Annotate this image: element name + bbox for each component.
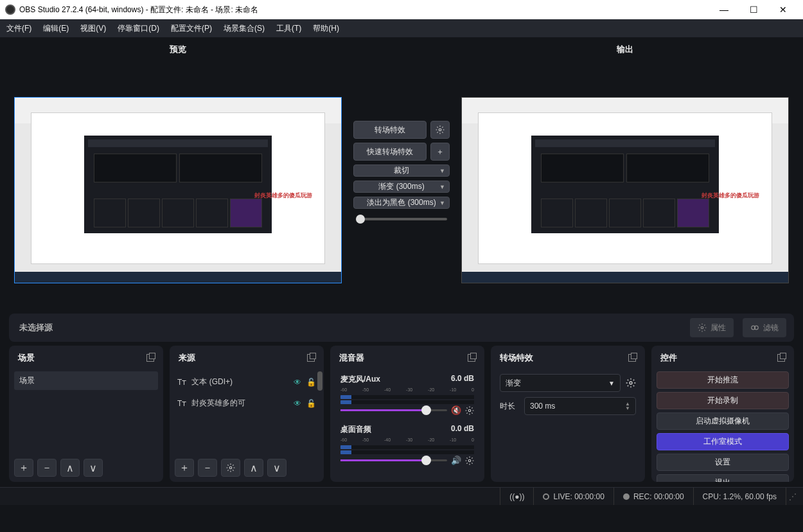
gear-icon[interactable] (465, 456, 474, 465)
menu-scenes[interactable]: 场景集合(S) (224, 23, 265, 34)
transition-button[interactable]: 转场特效 (353, 121, 427, 139)
audio-meter (340, 450, 474, 454)
sources-list[interactable]: Tᴛ 文本 (GDI+) 👁 🔓 Tᴛ 封炎英雄多的可 👁 🔓 (170, 369, 324, 454)
start-stream-button[interactable]: 开始推流 (657, 371, 789, 389)
status-live: LIVE: 00:00:00 (533, 488, 613, 505)
status-broadcast: ((●)) (500, 488, 533, 505)
no-source-label: 未选择源 (19, 322, 53, 333)
add-scene-button[interactable]: ＋ (14, 459, 33, 477)
scene-down-button[interactable]: ∨ (84, 459, 103, 477)
remove-source-button[interactable]: － (198, 459, 217, 477)
popout-icon[interactable] (468, 354, 475, 362)
controls-title: 控件 (660, 352, 677, 364)
eye-icon[interactable]: 👁 (294, 399, 301, 408)
scene-item[interactable]: 场景 (14, 371, 158, 390)
close-button[interactable]: ✕ (768, 0, 798, 19)
audio-meter (340, 400, 474, 404)
output-label: 输出 (617, 44, 633, 55)
svg-point-5 (468, 409, 471, 412)
popout-icon[interactable] (146, 354, 154, 362)
popout-icon[interactable] (777, 354, 785, 362)
popout-icon[interactable] (307, 354, 315, 362)
text-source-icon: Tᴛ (177, 378, 186, 387)
sources-title: 来源 (179, 352, 195, 364)
main-area: 预览 封炎英雄多的傻瓜玩游 (0, 37, 803, 532)
source-item[interactable]: Tᴛ 封炎英雄多的可 👁 🔓 (175, 393, 319, 414)
quick-transition-fade[interactable]: 渐变 (300ms)▼ (353, 181, 450, 193)
obs-logo-icon (5, 4, 15, 15)
quick-transition-cut[interactable]: 裁切▼ (353, 164, 450, 177)
scenes-title: 场景 (18, 352, 35, 364)
chevron-down-icon: ▼ (608, 380, 615, 387)
source-label: 文本 (GDI+) (191, 377, 233, 387)
status-cpu: CPU: 1.2%, 60.00 fps (693, 488, 786, 505)
add-source-button[interactable]: ＋ (175, 459, 194, 477)
source-props-button[interactable] (221, 459, 240, 477)
text-source-icon: Tᴛ (177, 399, 186, 408)
studio-mode-button[interactable]: 工作室模式 (657, 433, 789, 450)
spinner-icon[interactable]: ▲▼ (625, 402, 630, 411)
add-quick-transition-button[interactable]: ＋ (430, 143, 450, 161)
gear-icon[interactable] (465, 406, 474, 415)
quick-transition-fadeblack[interactable]: 淡出为黑色 (300ms)▼ (353, 197, 450, 209)
sources-dock: 来源 Tᴛ 文本 (GDI+) 👁 🔓 Tᴛ 封炎英雄多的可 👁 🔓 (170, 346, 324, 482)
obs-window: OBS Studio 27.2.4 (64-bit, windows) - 配置… (0, 0, 803, 532)
remove-scene-button[interactable]: － (37, 459, 57, 477)
scene-up-button[interactable]: ∧ (60, 459, 80, 477)
volume-slider[interactable] (340, 459, 447, 461)
live-dot-icon (543, 493, 549, 500)
eye-icon[interactable]: 👁 (294, 378, 301, 387)
menu-profile[interactable]: 配置文件(P) (171, 23, 212, 34)
speaker-icon[interactable]: 🔊 (451, 456, 461, 465)
svg-point-1 (701, 326, 703, 329)
lock-icon[interactable]: 🔓 (306, 378, 316, 387)
audio-meter (340, 445, 474, 449)
start-vcam-button[interactable]: 启动虚拟摄像机 (657, 412, 789, 430)
popout-icon[interactable] (628, 354, 636, 362)
status-resize-grip[interactable]: ⋰ (786, 488, 799, 505)
menu-docks[interactable]: 停靠窗口(D) (118, 23, 159, 34)
duration-input[interactable]: 300 ms ▲▼ (524, 397, 636, 415)
docks-row: 场景 场景 ＋ － ∧ ∨ 来源 (0, 346, 803, 487)
minimize-button[interactable]: — (709, 0, 739, 19)
audio-meter (340, 395, 474, 399)
menu-help[interactable]: 帮助(H) (313, 23, 339, 34)
menu-tools[interactable]: 工具(T) (276, 23, 301, 34)
transition-tbar[interactable] (353, 213, 450, 226)
overlay-text-out: 封炎英雄多的傻瓜玩游 (702, 191, 759, 200)
menu-view[interactable]: 视图(V) (80, 23, 106, 34)
source-down-button[interactable]: ∨ (267, 459, 287, 477)
scenes-list[interactable]: 场景 (9, 369, 163, 454)
transitions-dock: 转场特效 渐变 ▼ 时长 300 ms (491, 346, 645, 482)
properties-button[interactable]: 属性 (690, 318, 734, 337)
mixer-channel: 桌面音频 0.0 dB -60-50-40-30-20-100 🔊 (335, 421, 479, 468)
scrollbar-thumb[interactable] (317, 371, 322, 391)
preview-canvas[interactable]: 封炎英雄多的傻瓜玩游 (14, 97, 342, 283)
channel-db: 0.0 dB (451, 424, 474, 435)
mute-icon[interactable]: 🔇 (451, 405, 461, 415)
exit-button[interactable]: 退出 (657, 474, 789, 482)
preview-pane: 预览 封炎英雄多的傻瓜玩游 (9, 44, 347, 283)
filters-button[interactable]: 滤镜 (743, 318, 786, 337)
mixer-channel: 麦克风/Aux 6.0 dB -60-50-40-30-20-100 🔇 (335, 371, 479, 418)
gear-icon[interactable] (626, 378, 636, 388)
source-toolbar: 未选择源 属性 滤镜 (9, 314, 794, 342)
program-canvas[interactable]: 封炎英雄多的傻瓜玩游 (461, 97, 789, 283)
maximize-button[interactable]: ☐ (739, 0, 768, 19)
menu-file[interactable]: 文件(F) (6, 23, 31, 34)
settings-button[interactable]: 设置 (657, 454, 789, 471)
controls-dock: 控件 开始推流 开始录制 启动虚拟摄像机 工作室模式 设置 退出 (651, 346, 794, 482)
source-up-button[interactable]: ∧ (244, 459, 263, 477)
output-pane: 输出 封炎英雄多的傻瓜玩游 (456, 44, 794, 283)
lock-icon[interactable]: 🔓 (306, 399, 316, 408)
channel-name: 桌面音频 (340, 424, 371, 435)
studio-mode-row: 预览 封炎英雄多的傻瓜玩游 (0, 37, 803, 307)
transition-select[interactable]: 渐变 ▼ (500, 374, 621, 392)
volume-slider[interactable] (340, 409, 447, 411)
source-label: 封炎英雄多的可 (191, 398, 245, 409)
statusbar: ((●)) LIVE: 00:00:00 REC: 00:00:00 CPU: … (0, 487, 803, 505)
start-record-button[interactable]: 开始录制 (657, 392, 789, 409)
transition-settings-button[interactable] (430, 121, 450, 139)
source-item[interactable]: Tᴛ 文本 (GDI+) 👁 🔓 (175, 371, 319, 393)
menu-edit[interactable]: 编辑(E) (43, 23, 69, 34)
